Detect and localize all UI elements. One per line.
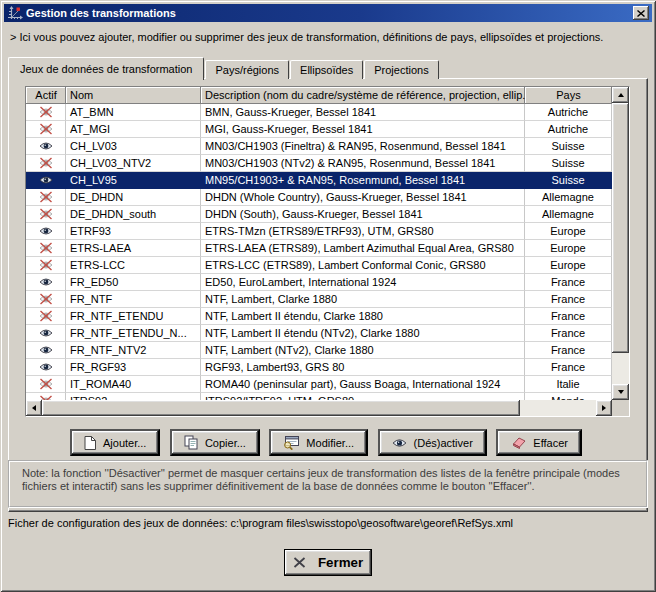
actif-cell[interactable] bbox=[26, 308, 66, 325]
description-cell[interactable]: ROMA40 (peninsular part), Gauss Boaga, I… bbox=[201, 376, 525, 393]
pays-cell[interactable]: Allemagne bbox=[525, 189, 612, 206]
tab-jeux-de-donnees[interactable]: Jeux de données de transformation bbox=[8, 57, 204, 80]
pays-cell[interactable]: France bbox=[525, 342, 612, 359]
description-cell[interactable]: ETRS-LAEA (ETRS89), Lambert Azimuthal Eq… bbox=[201, 240, 525, 257]
pays-cell[interactable]: Monde bbox=[525, 393, 612, 400]
scroll-down-button[interactable] bbox=[612, 384, 629, 400]
pays-cell[interactable]: Europe bbox=[525, 240, 612, 257]
description-cell[interactable]: MN95/CH1903+ & RAN95, Rosenmund, Bessel … bbox=[201, 172, 525, 189]
table-row[interactable]: FR_NTF_ETENDU NTF, Lambert II étendu, Cl… bbox=[26, 308, 612, 325]
table-row[interactable]: DE_DHDN_south DHDN (South), Gauss-Kruege… bbox=[26, 206, 612, 223]
nom-cell[interactable]: FR_NTF bbox=[66, 291, 201, 308]
nom-cell[interactable]: CH_LV03_NTV2 bbox=[66, 155, 201, 172]
header-pays[interactable]: Pays bbox=[525, 87, 612, 104]
nom-cell[interactable]: FR_NTF_ETENDU bbox=[66, 308, 201, 325]
table-row[interactable]: FR_RGF93 RGF93, Lambert93, GRS 80 France bbox=[26, 359, 612, 376]
desactiver-button[interactable]: (Dés)activer bbox=[378, 429, 487, 456]
table-row[interactable]: FR_NTF NTF, Lambert, Clarke 1880 France bbox=[26, 291, 612, 308]
fermer-button[interactable]: Fermer bbox=[284, 549, 372, 576]
description-cell[interactable]: DHDN (Whole Country), Gauss-Krueger, Bes… bbox=[201, 189, 525, 206]
nom-cell[interactable]: ETRF93 bbox=[66, 223, 201, 240]
actif-cell[interactable] bbox=[26, 257, 66, 274]
scroll-right-button[interactable] bbox=[596, 400, 612, 416]
actif-cell[interactable] bbox=[26, 359, 66, 376]
table-row[interactable]: FR_NTF_NTV2 NTF, Lambert (NTv2), Clarke … bbox=[26, 342, 612, 359]
description-cell[interactable]: NTF, Lambert, Clarke 1880 bbox=[201, 291, 525, 308]
nom-cell[interactable]: DE_DHDN_south bbox=[66, 206, 201, 223]
horizontal-scroll-thumb[interactable] bbox=[42, 400, 520, 416]
nom-cell[interactable]: IT_ROMA40 bbox=[66, 376, 201, 393]
pays-cell[interactable]: Suisse bbox=[525, 155, 612, 172]
nom-cell[interactable]: FR_NTF_ETENDU_N... bbox=[66, 325, 201, 342]
ajouter-button[interactable]: Ajouter... bbox=[70, 429, 160, 456]
actif-cell[interactable] bbox=[26, 206, 66, 223]
table-row[interactable]: DE_DHDN DHDN (Whole Country), Gauss-Krue… bbox=[26, 189, 612, 206]
actif-cell[interactable] bbox=[26, 172, 66, 189]
effacer-button[interactable]: Effacer bbox=[496, 429, 582, 456]
nom-cell[interactable]: ITRS92 bbox=[66, 393, 201, 400]
nom-cell[interactable]: AT_BMN bbox=[66, 104, 201, 121]
nom-cell[interactable]: DE_DHDN bbox=[66, 189, 201, 206]
actif-cell[interactable] bbox=[26, 325, 66, 342]
pays-cell[interactable]: Autriche bbox=[525, 121, 612, 138]
nom-cell[interactable]: CH_LV03 bbox=[66, 138, 201, 155]
description-cell[interactable]: RGF93, Lambert93, GRS 80 bbox=[201, 359, 525, 376]
pays-cell[interactable]: France bbox=[525, 291, 612, 308]
table-row[interactable]: FR_NTF_ETENDU_N... NTF, Lambert II étend… bbox=[26, 325, 612, 342]
vertical-scrollbar[interactable] bbox=[612, 87, 629, 400]
actif-cell[interactable] bbox=[26, 291, 66, 308]
modifier-button[interactable]: Modifier... bbox=[269, 429, 368, 456]
nom-cell[interactable]: CH_LV95 bbox=[66, 172, 201, 189]
table-row[interactable]: IT_ROMA40 ROMA40 (peninsular part), Gaus… bbox=[26, 376, 612, 393]
nom-cell[interactable]: ETRS-LAEA bbox=[66, 240, 201, 257]
pays-cell[interactable]: France bbox=[525, 325, 612, 342]
pays-cell[interactable]: Italie bbox=[525, 376, 612, 393]
pays-cell[interactable]: France bbox=[525, 359, 612, 376]
header-actif[interactable]: Actif bbox=[26, 87, 66, 104]
description-cell[interactable]: MGI, Gauss-Krueger, Bessel 1841 bbox=[201, 121, 525, 138]
nom-cell[interactable]: FR_RGF93 bbox=[66, 359, 201, 376]
actif-cell[interactable] bbox=[26, 189, 66, 206]
pays-cell[interactable]: France bbox=[525, 274, 612, 291]
description-cell[interactable]: DHDN (South), Gauss-Krueger, Bessel 1841 bbox=[201, 206, 525, 223]
tab-projections[interactable]: Projections bbox=[364, 60, 438, 79]
table-row[interactable]: ITRS92 ITRS92/ITRF92, UTM, GRS80 Monde bbox=[26, 393, 612, 400]
pays-cell[interactable]: Allemagne bbox=[525, 206, 612, 223]
actif-cell[interactable] bbox=[26, 342, 66, 359]
description-cell[interactable]: MN03/CH1903 (Fineltra) & RAN95, Rosenmun… bbox=[201, 138, 525, 155]
pays-cell[interactable]: Suisse bbox=[525, 138, 612, 155]
nom-cell[interactable]: FR_NTF_NTV2 bbox=[66, 342, 201, 359]
table-row[interactable]: FR_ED50 ED50, EuroLambert, International… bbox=[26, 274, 612, 291]
actif-cell[interactable] bbox=[26, 240, 66, 257]
table-row[interactable]: CH_LV03 MN03/CH1903 (Fineltra) & RAN95, … bbox=[26, 138, 612, 155]
table-row[interactable]: ETRS-LCC ETRS-LCC (ETRS89), Lambert Conf… bbox=[26, 257, 612, 274]
nom-cell[interactable]: AT_MGI bbox=[66, 121, 201, 138]
table-row[interactable]: ETRS-LAEA ETRS-LAEA (ETRS89), Lambert Az… bbox=[26, 240, 612, 257]
description-cell[interactable]: ETRS-LCC (ETRS89), Lambert Conformal Con… bbox=[201, 257, 525, 274]
scroll-left-button[interactable] bbox=[26, 400, 42, 416]
actif-cell[interactable] bbox=[26, 376, 66, 393]
actif-cell[interactable] bbox=[26, 393, 66, 400]
description-cell[interactable]: ED50, EuroLambert, International 1924 bbox=[201, 274, 525, 291]
table-row[interactable]: AT_BMN BMN, Gauss-Krueger, Bessel 1841 A… bbox=[26, 104, 612, 121]
header-nom[interactable]: Nom bbox=[66, 87, 201, 104]
header-description[interactable]: Description (nom du cadre/système de réf… bbox=[201, 87, 525, 104]
pays-cell[interactable]: Suisse bbox=[525, 172, 612, 189]
table-row[interactable]: CH_LV95 MN95/CH1903+ & RAN95, Rosenmund,… bbox=[26, 172, 612, 189]
tab-ellipsoides[interactable]: Ellipsoïdes bbox=[290, 60, 363, 79]
horizontal-scrollbar[interactable] bbox=[26, 400, 612, 416]
description-cell[interactable]: NTF, Lambert II étendu (NTv2), Clarke 18… bbox=[201, 325, 525, 342]
nom-cell[interactable]: FR_ED50 bbox=[66, 274, 201, 291]
actif-cell[interactable] bbox=[26, 223, 66, 240]
table-row[interactable]: ETRF93 ETRS-TMzn (ETRS89/ETRF93), UTM, G… bbox=[26, 223, 612, 240]
copier-button[interactable]: Copier... bbox=[170, 429, 260, 456]
pays-cell[interactable]: Autriche bbox=[525, 104, 612, 121]
pays-cell[interactable]: Europe bbox=[525, 223, 612, 240]
table-row[interactable]: CH_LV03_NTV2 MN03/CH1903 (NTv2) & RAN95,… bbox=[26, 155, 612, 172]
vertical-scroll-thumb[interactable] bbox=[612, 103, 629, 353]
tab-pays-regions[interactable]: Pays/régions bbox=[205, 60, 289, 79]
actif-cell[interactable] bbox=[26, 138, 66, 155]
description-cell[interactable]: ITRS92/ITRF92, UTM, GRS80 bbox=[201, 393, 525, 400]
scroll-up-button[interactable] bbox=[612, 87, 629, 103]
table-row[interactable]: AT_MGI MGI, Gauss-Krueger, Bessel 1841 A… bbox=[26, 121, 612, 138]
